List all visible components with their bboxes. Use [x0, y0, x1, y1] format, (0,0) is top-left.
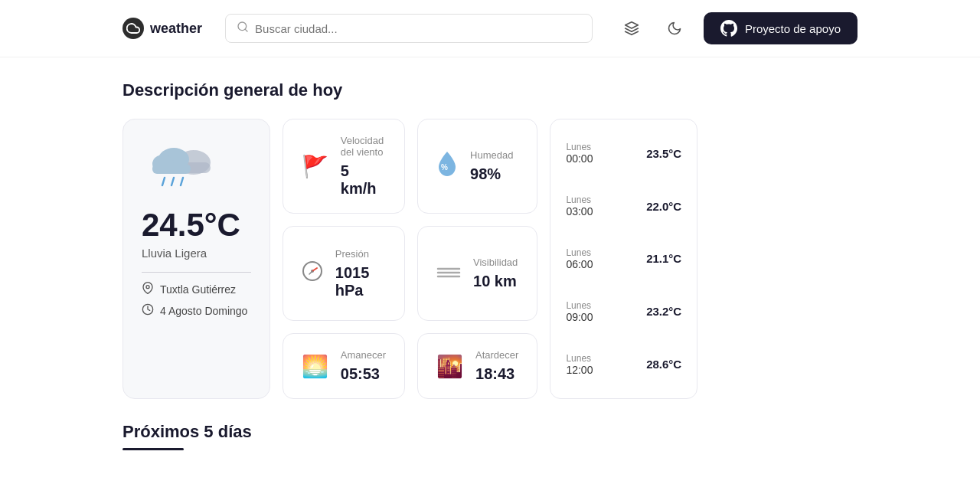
- location-row: Tuxtla Gutiérrez: [142, 282, 251, 297]
- forecast-temp-2: 21.1°C: [646, 252, 681, 265]
- github-icon: [720, 20, 737, 37]
- forecast-day-1: Lunes: [566, 195, 593, 205]
- forecast-row-4: Lunes 12:00 28.6°C: [550, 345, 697, 384]
- section-underline: [122, 448, 184, 450]
- forecast-column: Lunes 00:00 23.5°C Lunes 03:00 22.0°C Lu…: [550, 119, 697, 399]
- humidity-label: Humedad: [470, 149, 513, 161]
- svg-line-16: [309, 271, 312, 274]
- next-days-title: Próximos 5 días: [122, 422, 858, 442]
- logo-icon: [122, 18, 144, 39]
- wind-icon: 🚩: [302, 154, 328, 179]
- svg-line-8: [172, 178, 174, 185]
- wind-value: 5 km/h: [341, 162, 386, 198]
- humidity-icon: %: [436, 150, 458, 183]
- logo: weather: [122, 18, 202, 39]
- search-icon: [237, 21, 249, 36]
- wind-card: 🚩 Velocidad del viento 5 km/h: [283, 119, 405, 214]
- svg-line-1: [245, 29, 247, 31]
- forecast-day-4: Lunes: [566, 353, 593, 364]
- github-label: Proyecto de apoyo: [745, 22, 841, 35]
- forecast-time-2: 06:00: [566, 258, 593, 270]
- main-weather-card: 24.5°C Lluvia Ligera Tuxtla Gutiérrez: [122, 119, 270, 399]
- forecast-time-4: 12:00: [566, 364, 593, 376]
- svg-text:%: %: [441, 163, 448, 172]
- forecast-temp-1: 22.0°C: [646, 200, 681, 213]
- calendar-icon: [142, 303, 154, 319]
- sunrise-icon: 🌅: [302, 354, 328, 379]
- wind-label: Velocidad del viento: [341, 135, 386, 158]
- overview-title: Descripción general de hoy: [122, 80, 858, 100]
- forecast-time-1: 03:00: [566, 205, 593, 217]
- sunrise-card: 🌅 Amanecer 05:53: [283, 333, 405, 399]
- diamond-icon-button[interactable]: [618, 15, 645, 42]
- location-date: 4 Agosto Domingo: [160, 305, 247, 317]
- humidity-card: % Humedad 98%: [417, 119, 537, 214]
- forecast-day-0: Lunes: [566, 142, 593, 152]
- logo-text: weather: [150, 21, 202, 37]
- card-divider: [142, 272, 251, 273]
- svg-point-10: [146, 286, 149, 289]
- visibility-value: 10 km: [473, 273, 518, 290]
- info-cards-grid: 🚩 Velocidad del viento 5 km/h % Humedad …: [283, 119, 538, 399]
- temperature-display: 24.5°C: [142, 207, 251, 244]
- sunrise-value: 05:53: [341, 365, 386, 383]
- weather-illustration: [142, 138, 251, 195]
- forecast-temp-3: 23.2°C: [646, 305, 681, 318]
- pressure-value: 1015 hPa: [335, 264, 386, 299]
- main-content: Descripción general de hoy: [0, 57, 980, 473]
- forecast-temp-4: 28.6°C: [646, 358, 681, 371]
- weather-description: Lluvia Ligera: [142, 247, 251, 260]
- forecast-row-0: Lunes 00:00 23.5°C: [550, 134, 697, 172]
- dark-mode-button[interactable]: [661, 15, 688, 42]
- visibility-label: Visibilidad: [473, 257, 518, 268]
- sunrise-label: Amanecer: [341, 349, 386, 361]
- pressure-icon: [302, 260, 323, 287]
- header: weather Proyecto de apoyo: [0, 0, 980, 57]
- forecast-day-3: Lunes: [566, 300, 593, 311]
- next-days-section: Próximos 5 días: [122, 422, 858, 450]
- location-info: Tuxtla Gutiérrez 4 Agosto Domingo: [142, 282, 251, 319]
- humidity-value: 98%: [470, 165, 513, 183]
- forecast-temp-0: 23.5°C: [646, 147, 681, 160]
- header-icons: Proyecto de apoyo: [618, 12, 858, 44]
- svg-line-15: [312, 268, 317, 271]
- svg-rect-6: [152, 164, 191, 174]
- pressure-card: Presión 1015 hPa: [283, 226, 405, 321]
- forecast-time-0: 00:00: [566, 152, 593, 165]
- sunset-card: 🌇 Atardecer 18:43: [417, 333, 537, 399]
- location-pin-icon: [142, 282, 154, 297]
- forecast-row-2: Lunes 06:00 21.1°C: [550, 240, 697, 278]
- cards-grid: 24.5°C Lluvia Ligera Tuxtla Gutiérrez: [122, 119, 858, 399]
- github-button[interactable]: Proyecto de apoyo: [704, 12, 858, 44]
- sunset-value: 18:43: [475, 365, 518, 383]
- visibility-card: Visibilidad 10 km: [417, 226, 537, 321]
- forecast-row-3: Lunes 09:00 23.2°C: [550, 293, 697, 331]
- sunset-icon: 🌇: [436, 354, 463, 379]
- svg-line-9: [181, 178, 183, 185]
- date-row: 4 Agosto Domingo: [142, 303, 251, 319]
- pressure-label: Presión: [335, 248, 386, 260]
- location-city: Tuxtla Gutiérrez: [160, 283, 236, 296]
- forecast-row-1: Lunes 03:00 22.0°C: [550, 187, 697, 225]
- svg-line-7: [162, 178, 165, 185]
- forecast-day-2: Lunes: [566, 247, 593, 258]
- sunset-label: Atardecer: [475, 349, 518, 361]
- forecast-time-3: 09:00: [566, 311, 593, 323]
- search-container[interactable]: [225, 14, 593, 43]
- search-input[interactable]: [255, 22, 581, 35]
- visibility-icon: [436, 261, 461, 286]
